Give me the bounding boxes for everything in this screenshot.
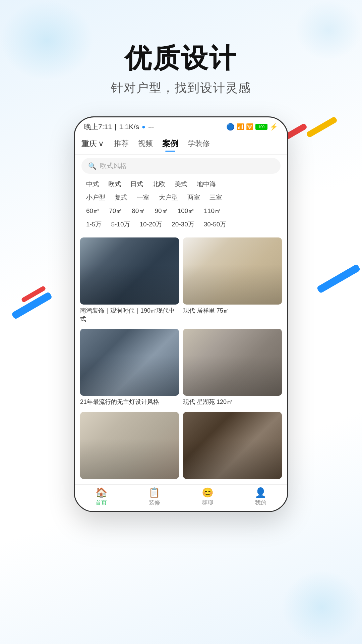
status-left: 晚上7:11 | 1.1K/s ● ··· bbox=[84, 122, 154, 131]
nav-city[interactable]: 重庆 ∨ bbox=[81, 139, 104, 149]
status-separator: | bbox=[115, 123, 116, 131]
filter-tag-small[interactable]: 小户型 bbox=[81, 192, 110, 203]
grid-item-img-1 bbox=[80, 237, 179, 305]
wifi-icon: 🛜 bbox=[246, 123, 253, 130]
page-header: 优质设计 针对户型，找到设计灵感 bbox=[0, 0, 362, 96]
filter-tag-90[interactable]: 90㎡ bbox=[150, 205, 173, 217]
grid-item-img-5 bbox=[80, 412, 179, 479]
bottom-nav-renovation[interactable]: 📋 装修 bbox=[128, 488, 181, 506]
renovation-label: 装修 bbox=[149, 499, 160, 506]
filter-tag-large[interactable]: 大户型 bbox=[154, 192, 183, 203]
battery-icon: 100 bbox=[255, 124, 267, 130]
page-title: 优质设计 bbox=[0, 44, 362, 73]
grid-item-label-3: 21年最流行的无主灯设计风格 bbox=[80, 398, 179, 406]
filter-tag-70[interactable]: 70㎡ bbox=[104, 205, 127, 217]
tab-recommend[interactable]: 推荐 bbox=[109, 137, 133, 151]
filter-tag-20-30w[interactable]: 20-30万 bbox=[167, 219, 199, 230]
status-right: 🔵 📶 🛜 100 ⚡ bbox=[226, 123, 278, 131]
bottom-nav-home[interactable]: 🏠 首页 bbox=[75, 488, 128, 506]
filter-tag-110[interactable]: 110㎡ bbox=[199, 205, 226, 217]
search-icon: 🔍 bbox=[88, 162, 97, 170]
signal-icon: 📶 bbox=[237, 123, 244, 130]
grid-item-6[interactable] bbox=[183, 412, 282, 479]
home-label: 首页 bbox=[96, 499, 107, 506]
charging-icon: ⚡ bbox=[269, 123, 278, 131]
home-icon: 🏠 bbox=[96, 488, 107, 497]
status-bar: 晚上7:11 | 1.1K/s ● ··· 🔵 📶 🛜 100 ⚡ bbox=[75, 117, 287, 134]
filter-tag-1-5w[interactable]: 1-5万 bbox=[81, 219, 106, 230]
bottom-nav-chat[interactable]: 😊 群聊 bbox=[181, 488, 234, 506]
phone-wrapper: 晚上7:11 | 1.1K/s ● ··· 🔵 📶 🛜 100 ⚡ 重庆 ∨ 推… bbox=[0, 116, 362, 512]
filter-tag-100[interactable]: 100㎡ bbox=[173, 205, 199, 217]
grid-row-3 bbox=[80, 412, 282, 479]
grid-item-img-3 bbox=[80, 329, 179, 396]
grid-item-img-4 bbox=[183, 329, 282, 396]
mine-icon: 👤 bbox=[255, 488, 266, 497]
room-detail-3 bbox=[80, 356, 179, 396]
grid-item-1[interactable]: 南鸿装饰｜观澜时代｜190㎡现代中式 bbox=[80, 237, 179, 323]
filter-tag-5-10w[interactable]: 5-10万 bbox=[106, 219, 135, 230]
filter-tag-chinese[interactable]: 中式 bbox=[81, 178, 104, 190]
filter-section: 中式 欧式 日式 北欧 美式 地中海 小户型 复式 一室 大户型 两室 三室 6… bbox=[75, 177, 287, 235]
grid-item-3[interactable]: 21年最流行的无主灯设计风格 bbox=[80, 329, 179, 406]
filter-tag-mediterranean[interactable]: 地中海 bbox=[192, 178, 221, 190]
grid-row-2: 21年最流行的无主灯设计风格 现代 星湖苑 120㎡ bbox=[80, 329, 282, 406]
tab-learn[interactable]: 学装修 bbox=[183, 137, 215, 151]
room-detail-2 bbox=[183, 264, 282, 305]
room-detail-1 bbox=[80, 264, 179, 305]
filter-tag-30-50w[interactable]: 30-50万 bbox=[199, 219, 231, 230]
search-bar[interactable]: 🔍 欧式风格 bbox=[81, 158, 281, 174]
grid-item-4[interactable]: 现代 星湖苑 120㎡ bbox=[183, 329, 282, 406]
bottom-nav-mine[interactable]: 👤 我的 bbox=[234, 488, 288, 506]
grid-item-5[interactable] bbox=[80, 412, 179, 479]
filter-row-1: 中式 欧式 日式 北欧 美式 地中海 bbox=[81, 178, 281, 190]
filter-tag-80[interactable]: 80㎡ bbox=[127, 205, 150, 217]
filter-row-3: 60㎡ 70㎡ 80㎡ 90㎡ 100㎡ 110㎡ bbox=[81, 205, 281, 217]
tab-case[interactable]: 案例 bbox=[158, 136, 183, 151]
blob-bottom-right bbox=[282, 570, 362, 644]
filter-tag-american[interactable]: 美式 bbox=[170, 178, 192, 190]
room-detail-6 bbox=[183, 439, 282, 479]
nav-tabs: 重庆 ∨ 推荐 视频 案例 学装修 bbox=[75, 134, 287, 155]
content-grid: 南鸿装饰｜观澜时代｜190㎡现代中式 现代 居祥里 75㎡ 21年最流行的无主灯… bbox=[75, 235, 287, 484]
phone-mockup: 晚上7:11 | 1.1K/s ● ··· 🔵 📶 🛜 100 ⚡ 重庆 ∨ 推… bbox=[74, 116, 288, 512]
filter-tag-duplex[interactable]: 复式 bbox=[110, 192, 132, 203]
filter-tag-three-room[interactable]: 三室 bbox=[205, 192, 227, 203]
chat-icon: 😊 bbox=[202, 488, 214, 497]
grid-item-2[interactable]: 现代 居祥里 75㎡ bbox=[183, 237, 282, 323]
status-dots: ··· bbox=[148, 123, 154, 131]
filter-tag-two-room[interactable]: 两室 bbox=[183, 192, 205, 203]
status-speed: 1.1K/s bbox=[119, 123, 139, 131]
page-subtitle: 针对户型，找到设计灵感 bbox=[0, 80, 362, 96]
renovation-icon: 📋 bbox=[148, 488, 160, 497]
grid-item-img-2 bbox=[183, 237, 282, 305]
filter-row-2: 小户型 复式 一室 大户型 两室 三室 bbox=[81, 192, 281, 203]
filter-tag-japanese[interactable]: 日式 bbox=[126, 178, 148, 190]
tab-video[interactable]: 视频 bbox=[133, 137, 158, 151]
grid-item-label-4: 现代 星湖苑 120㎡ bbox=[183, 398, 282, 406]
room-detail-4 bbox=[183, 356, 282, 396]
grid-row-1: 南鸿装饰｜观澜时代｜190㎡现代中式 现代 居祥里 75㎡ bbox=[80, 237, 282, 323]
status-app-dot: ● bbox=[142, 123, 145, 130]
grid-item-label-2: 现代 居祥里 75㎡ bbox=[183, 307, 282, 315]
filter-tag-european[interactable]: 欧式 bbox=[104, 178, 126, 190]
grid-item-label-1: 南鸿装饰｜观澜时代｜190㎡现代中式 bbox=[80, 307, 179, 323]
city-name: 重庆 bbox=[81, 139, 97, 149]
chat-label: 群聊 bbox=[202, 499, 213, 506]
filter-tag-one-room[interactable]: 一室 bbox=[132, 192, 154, 203]
room-detail-5 bbox=[80, 439, 179, 479]
city-chevron: ∨ bbox=[98, 139, 104, 148]
filter-tag-60[interactable]: 60㎡ bbox=[81, 205, 104, 217]
bottom-nav: 🏠 首页 📋 装修 😊 群聊 👤 我的 bbox=[75, 484, 287, 511]
filter-tag-nordic[interactable]: 北欧 bbox=[148, 178, 170, 190]
grid-item-img-6 bbox=[183, 412, 282, 479]
filter-tag-10-20w[interactable]: 10-20万 bbox=[135, 219, 167, 230]
status-time: 晚上7:11 bbox=[84, 122, 112, 131]
bluetooth-icon: 🔵 bbox=[226, 123, 235, 131]
mine-label: 我的 bbox=[255, 499, 266, 506]
filter-row-4: 1-5万 5-10万 10-20万 20-30万 30-50万 bbox=[81, 219, 281, 230]
search-placeholder: 欧式风格 bbox=[100, 161, 127, 170]
